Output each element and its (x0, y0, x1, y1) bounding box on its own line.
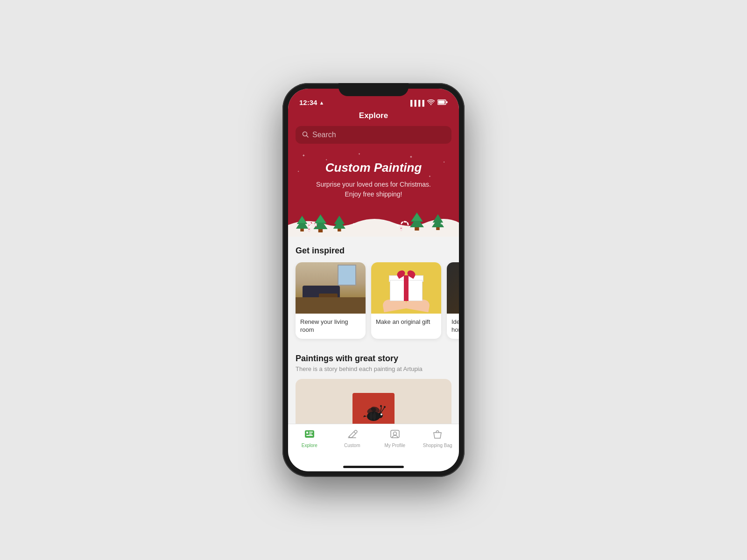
svg-rect-2 (446, 101, 448, 103)
svg-rect-40 (309, 434, 312, 434)
living-room-image (296, 262, 366, 314)
inspire-card-gift[interactable]: Make an original gift (371, 262, 441, 339)
tab-explore[interactable]: Explore (288, 429, 331, 448)
svg-point-33 (373, 412, 376, 420)
svg-rect-41 (306, 435, 313, 436)
bee-illustration (359, 402, 388, 424)
svg-point-32 (370, 412, 373, 420)
gift-ribbon-vertical (404, 275, 409, 301)
svg-point-25 (353, 223, 355, 225)
search-bar[interactable]: Search (296, 126, 451, 144)
page-header: Explore (288, 109, 459, 126)
painting-artwork (352, 393, 395, 424)
profile-icon (389, 429, 401, 441)
svg-rect-39 (309, 432, 313, 433)
hero-subtitle: Surprise your loved ones for Christmas. … (297, 180, 450, 209)
svg-point-34 (381, 413, 382, 415)
signal-icon: ▐▐▐▐ (409, 100, 424, 106)
custom-icon (346, 429, 358, 441)
header-title: Explore (359, 111, 388, 120)
paintings-section: Paintings with great story There is a st… (288, 346, 459, 424)
tab-shopping-bag[interactable]: Shopping Bag (416, 429, 459, 448)
explore-icon (304, 429, 315, 441)
svg-point-26 (396, 224, 399, 227)
battery-icon (437, 99, 448, 106)
floor-decoration (296, 297, 366, 314)
notch (338, 83, 409, 96)
trees-wave-decoration (288, 209, 459, 237)
tab-explore-label: Explore (302, 443, 317, 448)
gift-box-decoration (390, 275, 423, 301)
search-container: Search (288, 126, 459, 151)
paintings-section-subtitle: There is a story behind each painting at… (296, 365, 451, 372)
status-icons: ▐▐▐▐ (409, 99, 448, 106)
svg-rect-23 (436, 227, 440, 230)
svg-point-36 (380, 405, 382, 407)
inspire-card-ideas[interactable]: Ideas for home (447, 262, 459, 339)
svg-point-29 (377, 413, 383, 418)
shopping-bag-icon (432, 429, 443, 441)
window-decoration (338, 265, 356, 286)
inspire-card-label-gift: Make an original gift (371, 314, 441, 331)
painting-card[interactable] (296, 379, 451, 424)
svg-rect-19 (415, 227, 419, 231)
phone-frame: 12:34 ▲ ▐▐▐▐ (282, 83, 465, 477)
tab-profile-label: My Profile (385, 443, 405, 448)
paintings-section-title: Paintings with great story (296, 354, 451, 364)
phone-screen: 12:34 ▲ ▐▐▐▐ (288, 89, 459, 471)
svg-rect-16 (338, 229, 341, 231)
get-inspired-section: Get inspired Renew your living room (288, 237, 459, 346)
scroll-content[interactable]: Get inspired Renew your living room (288, 237, 459, 424)
gift-image (371, 262, 441, 314)
svg-point-27 (441, 223, 443, 224)
svg-rect-1 (438, 101, 445, 104)
ideas-image (447, 262, 459, 314)
inspire-cards-list[interactable]: Renew your living room (288, 262, 459, 346)
svg-line-4 (307, 135, 309, 137)
tab-custom[interactable]: Custom (331, 429, 374, 448)
tab-bar: Explore Custom (288, 424, 459, 462)
svg-point-43 (393, 432, 396, 435)
search-icon (302, 131, 309, 139)
hero-title: Custom Painting (297, 161, 450, 175)
section-title-get-inspired: Get inspired (296, 246, 451, 256)
home-indicator-bar (343, 466, 404, 468)
location-icon: ▲ (319, 100, 324, 105)
svg-rect-8 (300, 229, 304, 231)
inspire-card-label-living-room: Renew your living room (296, 314, 366, 339)
inspire-card-living-room[interactable]: Renew your living room (296, 262, 366, 339)
svg-rect-38 (306, 432, 308, 434)
wifi-icon (427, 99, 435, 106)
status-time: 12:34 ▲ (299, 98, 324, 106)
svg-point-35 (384, 406, 386, 408)
home-indicator (288, 462, 459, 471)
svg-point-24 (309, 225, 311, 228)
tab-profile[interactable]: My Profile (374, 429, 416, 448)
hero-banner: ✦ ✦ ✦ ✦ ✦ ✦ ✦ ✦ Custom Painting Surprise… (288, 151, 459, 209)
svg-rect-42 (391, 430, 399, 438)
inspire-card-label-ideas: Ideas for home (447, 314, 459, 339)
tab-custom-label: Custom (344, 443, 360, 448)
tab-shopping-bag-label: Shopping Bag (423, 443, 452, 448)
svg-rect-12 (318, 229, 323, 232)
search-placeholder: Search (312, 131, 336, 139)
